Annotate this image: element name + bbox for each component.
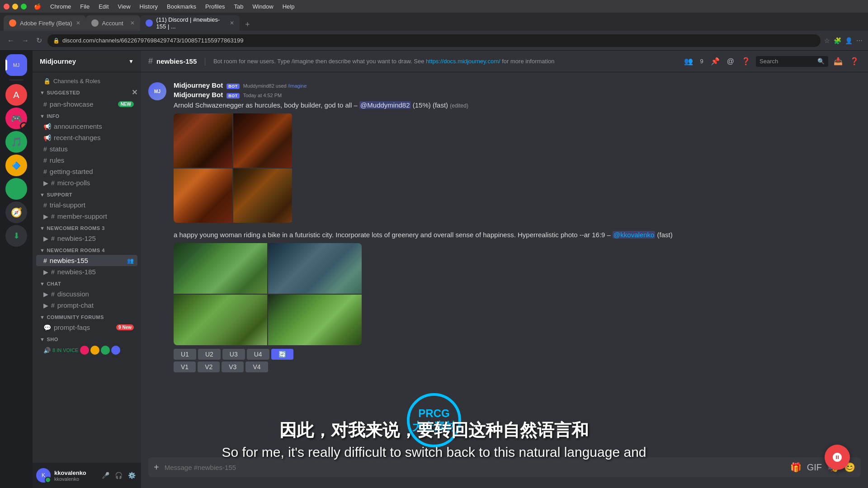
sidebar-item-channels-roles[interactable]: 🔒 Channels & Roles [36,76,137,86]
variation-4-button[interactable]: V4 [245,361,268,372]
tab-discord[interactable]: (11) Discord | #newbies-155 | ... ✕ [140,15,240,31]
server-icon-2[interactable]: A [5,84,27,106]
section-newcomer3-header[interactable]: ▼ NEWCOMER ROOMS 3 [33,224,141,233]
section-suggested-header[interactable]: ▼ SUGGESTED ✕ [33,86,141,99]
menu-history[interactable]: History [140,3,158,10]
variation-2-button[interactable]: V2 [198,361,220,372]
close-window-btn[interactable] [4,4,9,9]
upscale-4-button[interactable]: U4 [247,349,269,360]
midjourney-docs-link[interactable]: https://docs.midjourney.com/ [426,58,500,65]
bookmark-icon[interactable]: ☆ [824,37,830,44]
question-icon[interactable]: ❓ [848,55,861,67]
tab-discord-close[interactable]: ✕ [230,20,234,26]
voice-channel-sho[interactable]: 🔊 8 IN VOICE [36,344,137,357]
channel-getting-started[interactable]: # getting-started [36,166,137,177]
bike-image-3[interactable] [174,295,267,345]
channel-status[interactable]: # status [36,143,137,155]
tab-account[interactable]: Account ✕ [86,15,140,31]
search-bar[interactable]: Search 🔍 [756,56,828,67]
message-input-field[interactable] [165,459,785,476]
mute-button[interactable]: 🎤 [100,470,111,481]
server-icon-3[interactable]: 🎮 [5,108,27,129]
section-newcomer4-header[interactable]: ▼ NEWCOMER ROOMS 4 [33,246,141,255]
mention-kkovalenko[interactable]: @kkovalenko [613,231,655,239]
traffic-lights[interactable] [4,4,27,9]
channel-newbies-125[interactable]: ▶ # newbies-125 [36,233,137,244]
pin-icon[interactable]: 📌 [709,55,722,67]
channel-prompt-faqs[interactable]: 💬 prompt-faqs 9 New [36,322,137,333]
section-support-header[interactable]: ▼ SUPPORT [33,190,141,199]
menu-window[interactable]: Window [252,3,273,10]
upscale-1-button[interactable]: U1 [174,349,196,360]
arnold-image-3[interactable] [174,169,232,223]
bike-image-1[interactable] [174,243,267,294]
server-icon-explore[interactable]: 🧭 [5,202,27,223]
section-info-header[interactable]: ▼ INFO [33,112,141,121]
section-forums-header[interactable]: ▼ COMMUNITY FORUMS [33,313,141,322]
bike-image-grid[interactable] [174,243,362,345]
record-button[interactable] [825,445,850,470]
arnold-image-2[interactable] [233,113,292,168]
new-tab-button[interactable]: + [241,18,254,31]
deafen-button[interactable]: 🎧 [113,470,124,481]
arnold-image-grid[interactable] [174,113,293,223]
server-icon-midjourney[interactable]: MJ [5,54,27,76]
help-icon[interactable]: ❓ [740,55,752,67]
menu-view[interactable]: View [118,3,131,10]
server-name[interactable]: Midjourney ▼ [33,51,141,72]
channel-pan-showcase[interactable]: # pan-showcase NEW [36,99,137,110]
channel-member-support[interactable]: ▶ # member-support [36,211,137,222]
inbox-icon[interactable]: 📥 [832,55,844,67]
arnold-image-4[interactable] [233,169,292,223]
channel-trial-support[interactable]: # trial-support [36,199,137,211]
more-icon[interactable]: ⋯ [856,37,863,44]
upscale-2-button[interactable]: U2 [198,349,221,360]
server-icon-5[interactable]: 🔷 [5,155,27,176]
channel-rules[interactable]: # rules [36,155,137,166]
bike-image-2[interactable] [268,243,362,294]
user-settings-button[interactable]: ⚙️ [126,470,137,481]
menu-bookmarks[interactable]: Bookmarks [167,3,196,10]
server-icon-add[interactable]: + [5,178,27,200]
message-author-bot[interactable]: Midjourney Bot [174,81,223,89]
mention-muddymind[interactable]: @Muddymind82 [359,101,410,109]
menu-apple[interactable]: 🍎 [34,3,41,10]
gif-icon[interactable]: GIF [805,460,824,474]
menu-help[interactable]: Help [283,3,295,10]
section-chat-header[interactable]: ▼ CHAT [33,279,141,288]
menu-chrome[interactable]: Chrome [50,3,71,10]
regenerate-button[interactable]: 🔄 [271,349,293,360]
channel-newbies-185[interactable]: ▶ # newbies-185 [36,266,137,277]
variation-1-button[interactable]: V1 [174,361,196,372]
arnold-image-1[interactable] [174,113,232,168]
members-icon[interactable]: 👥 [682,55,695,67]
channel-micro-polls[interactable]: ▶ # micro-polls [36,177,137,188]
variation-3-button[interactable]: V3 [222,361,244,372]
reload-button[interactable]: ↻ [34,34,44,47]
server-icon-4[interactable]: 🎵 [5,131,27,153]
channel-prompt-chat[interactable]: ▶ # prompt-chat [36,300,137,311]
minimize-window-btn[interactable] [12,4,18,9]
menu-profiles[interactable]: Profiles [205,3,225,10]
dm-icon[interactable]: @ [725,56,736,67]
menu-tab[interactable]: Tab [234,3,243,10]
menu-edit[interactable]: Edit [99,3,108,10]
channel-discussion[interactable]: ▶ # discussion [36,288,137,300]
upscale-3-button[interactable]: U3 [222,349,245,360]
messages-area[interactable]: MJ Midjourney Bot BOT Muddymind82 used /… [141,72,868,457]
add-attachment-button[interactable]: + [152,460,161,474]
back-button[interactable]: ← [5,35,16,47]
bike-image-4[interactable] [268,295,362,345]
url-input[interactable]: 🔒 discord.com/channels/66226797698429747… [47,34,821,47]
tab-firefly-close[interactable]: ✕ [76,20,80,26]
tab-account-close[interactable]: ✕ [130,20,135,26]
tab-firefly[interactable]: Adobe Firefly (Beta) ✕ [4,15,86,31]
gift-icon[interactable]: 🎁 [788,460,803,474]
maximize-window-btn[interactable] [21,4,27,9]
channel-newbies-155[interactable]: # newbies-155 👥 [36,255,137,266]
add-channel-icon[interactable]: ✕ [132,88,138,97]
channel-announcements[interactable]: 📢 announcements [36,121,137,132]
section-sho-header[interactable]: ▼ SHO [33,335,141,344]
profile-icon[interactable]: 👤 [845,37,853,44]
forward-button[interactable]: → [20,35,31,47]
